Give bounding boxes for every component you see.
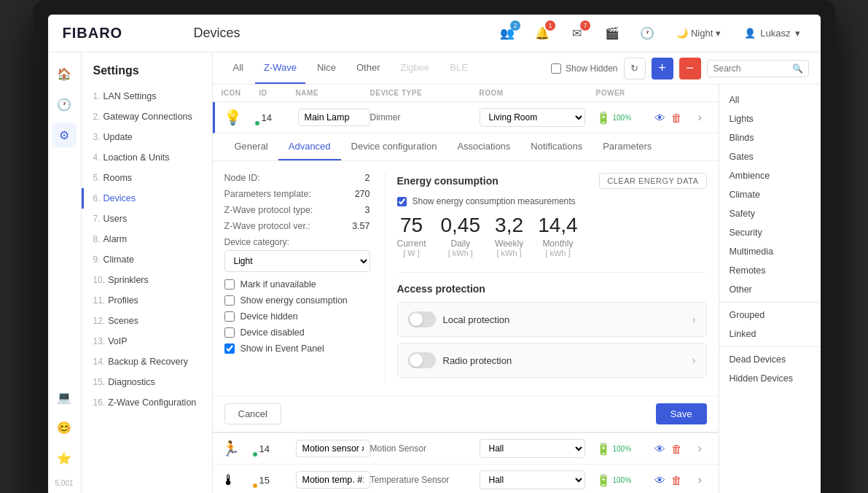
settings-item-alarm[interactable]: 8. Alarm <box>82 229 212 249</box>
settings-item-rooms[interactable]: 5. Rooms <box>82 168 212 188</box>
user-icon: 👤 <box>744 28 756 39</box>
tab-ble[interactable]: BLE <box>441 53 477 84</box>
refresh-button[interactable]: ↻ <box>624 58 646 79</box>
device-name-input[interactable] <box>298 109 370 126</box>
settings-num: 11. <box>93 295 106 306</box>
users-nav-button[interactable]: 👥 2 <box>496 22 519 45</box>
device-name-input[interactable] <box>296 440 370 457</box>
filter-all[interactable]: All <box>719 90 821 109</box>
settings-item-profiles[interactable]: 11. Profiles <box>82 290 212 311</box>
settings-item-update[interactable]: 3. Update <box>82 127 212 147</box>
filter-lights[interactable]: Lights <box>719 109 821 128</box>
tab-zwave[interactable]: Z-Wave <box>255 53 305 84</box>
tab-device-config[interactable]: Device configuration <box>341 133 447 160</box>
disabled-checkbox[interactable] <box>224 327 235 338</box>
energy-show-checkbox[interactable] <box>397 197 407 206</box>
settings-num: 13. <box>93 336 106 346</box>
sidebar-item-user-profile[interactable]: 😊 <box>52 415 77 440</box>
node-id-label: Node ID: <box>224 173 260 183</box>
radio-protection-toggle[interactable] <box>408 352 436 368</box>
local-protection-toggle[interactable] <box>408 311 436 327</box>
settings-label: Users <box>103 214 128 224</box>
filter-grouped[interactable]: Grouped <box>719 306 821 325</box>
eye-button[interactable]: 👁 <box>654 474 665 486</box>
category-select[interactable]: Light Sensor <box>224 250 370 272</box>
filter-remotes[interactable]: Remotes <box>719 261 821 280</box>
device-icon-motion: 🏃 <box>222 440 259 457</box>
filter-dead-devices[interactable]: Dead Devices <box>719 350 821 369</box>
filter-blinds[interactable]: Blinds <box>719 128 821 147</box>
action-bar: Cancel Save <box>213 395 719 432</box>
eye-button[interactable]: 👁 <box>654 112 665 124</box>
hidden-checkbox[interactable] <box>224 311 235 322</box>
settings-item-diagnostics[interactable]: 15. Diagnostics <box>82 372 212 392</box>
tab-advanced[interactable]: Advanced <box>278 133 341 160</box>
settings-item-lan[interactable]: 1. LAN Settings <box>82 86 212 106</box>
filter-other[interactable]: Other <box>719 280 821 299</box>
add-device-button[interactable]: + <box>652 58 673 79</box>
filter-ambience[interactable]: Ambience <box>719 166 821 185</box>
room-select[interactable]: Hall Living Room <box>480 470 585 489</box>
expand-chevron[interactable]: › <box>698 473 710 486</box>
clear-energy-button[interactable]: CLEAR ENERGY DATA <box>599 173 706 189</box>
delete-button[interactable]: 🗑 <box>671 443 682 455</box>
local-protection-chevron[interactable]: › <box>692 314 696 325</box>
filter-multimedia[interactable]: Multimedia <box>719 242 821 261</box>
radio-protection-chevron[interactable]: › <box>692 354 696 366</box>
tab-parameters[interactable]: Parameters <box>593 133 662 160</box>
event-panel-checkbox[interactable] <box>224 343 235 354</box>
show-hidden-checkbox[interactable] <box>551 63 561 74</box>
tab-associations[interactable]: Associations <box>447 133 520 160</box>
room-select[interactable]: Hall Living Room <box>480 439 585 458</box>
sidebar-item-star[interactable]: ⭐ <box>52 446 77 470</box>
filter-gates[interactable]: Gates <box>719 147 821 166</box>
settings-item-location[interactable]: 4. Loaction & Units <box>82 147 212 168</box>
eye-button[interactable]: 👁 <box>654 443 665 455</box>
cancel-button[interactable]: Cancel <box>224 403 281 424</box>
delete-button[interactable]: 🗑 <box>671 112 682 124</box>
tab-other[interactable]: Other <box>348 53 389 84</box>
energy-current-value: 75 <box>397 215 426 236</box>
settings-item-devices[interactable]: 6. Devices <box>82 188 212 209</box>
settings-item-voip[interactable]: 13. VoIP <box>82 331 212 352</box>
filter-security[interactable]: Security <box>719 223 821 242</box>
settings-num: 9. <box>93 255 101 265</box>
sidebar-item-terminal[interactable]: 💻 <box>52 384 77 409</box>
expand-chevron[interactable]: › <box>698 442 710 455</box>
sidebar-item-home[interactable]: 🏠 <box>52 61 77 86</box>
settings-item-sprinklers[interactable]: 10. Sprinklers <box>82 270 212 290</box>
night-toggle[interactable]: 🌙 Night ▾ <box>670 25 727 42</box>
tab-general[interactable]: General <box>224 133 278 160</box>
energy-checkbox-field[interactable] <box>224 295 235 306</box>
remove-device-button[interactable]: − <box>679 58 701 79</box>
filter-hidden-devices[interactable]: Hidden Devices <box>719 369 821 388</box>
tab-zigbee[interactable]: Zigbee <box>392 53 439 84</box>
tab-notifications[interactable]: Notifications <box>520 133 593 160</box>
settings-label: Gateway Connections <box>103 112 192 122</box>
settings-item-users[interactable]: 7. Users <box>82 209 212 229</box>
clock-nav-button[interactable]: 🕐 <box>636 22 659 45</box>
tab-all[interactable]: All <box>224 53 252 84</box>
sidebar-item-settings[interactable]: ⚙ <box>52 123 77 147</box>
alert-nav-button[interactable]: 🔔 1 <box>531 22 554 45</box>
user-button[interactable]: 👤 Lukasz ▾ <box>738 25 805 42</box>
device-name-input[interactable] <box>296 471 370 489</box>
settings-item-climate[interactable]: 9. Climate <box>82 249 212 270</box>
room-select[interactable]: Living Room Hall <box>480 108 585 127</box>
sidebar-item-history[interactable]: 🕐 <box>52 92 77 117</box>
tab-nice[interactable]: Nice <box>308 53 345 84</box>
unavailable-checkbox[interactable] <box>224 279 235 290</box>
checkbox-unavailable: Mark if unavailable <box>224 279 370 290</box>
expand-chevron[interactable]: › <box>698 111 710 124</box>
delete-button[interactable]: 🗑 <box>671 474 682 486</box>
settings-item-gateway[interactable]: 2. Gateway Connections <box>82 106 212 127</box>
settings-item-scenes[interactable]: 12. Scenes <box>82 311 212 331</box>
filter-safety[interactable]: Safety <box>719 204 821 223</box>
settings-item-zwave-config[interactable]: 16. Z-Wave Configuration <box>82 392 212 413</box>
filter-linked[interactable]: Linked <box>719 325 821 343</box>
settings-item-backup[interactable]: 14. Backup & Recovery <box>82 352 212 372</box>
save-button[interactable]: Save <box>656 403 707 424</box>
scenes-nav-button[interactable]: 🎬 <box>601 22 624 45</box>
messages-nav-button[interactable]: ✉ 7 <box>566 22 589 45</box>
filter-climate[interactable]: Climate <box>719 185 821 204</box>
